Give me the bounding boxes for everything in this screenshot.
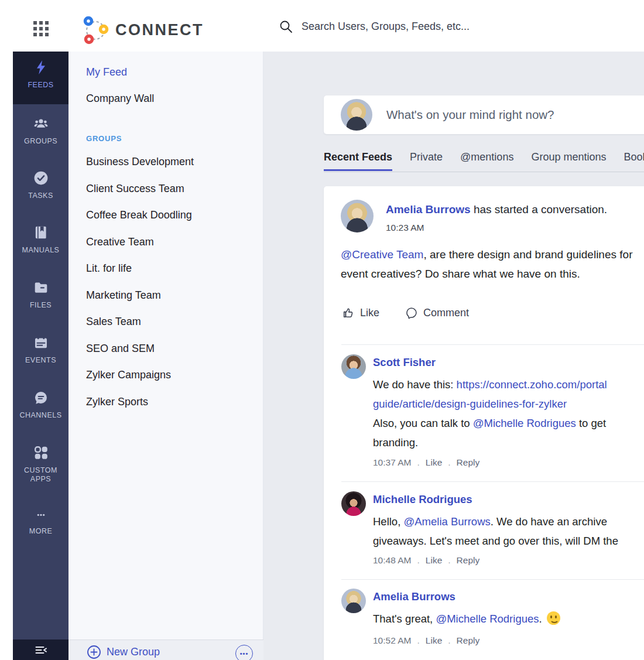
group-item-marketing-team[interactable]: Marketing Team [86,289,161,302]
sidebar-item-company-wall[interactable]: Company Wall [86,93,154,105]
comment-avatar[interactable] [341,491,366,516]
group-item-creative-team[interactable]: Creative Team [86,236,154,248]
post-body-line: @Creative Team, are there design and bra… [341,245,632,264]
comment-meta: 10:48 AM . Like . Reply [373,555,479,566]
group-item-client-success-team[interactable]: Client Success Team [86,183,184,195]
tab-bookmarks[interactable]: Bookmarks [624,151,644,171]
search-input[interactable] [302,20,512,33]
comment-link[interactable]: https://connect.zoho.com/portal [457,378,607,391]
sidebar-item-label: GROUPS [13,137,68,146]
post-action-text: has started a conversation. [471,203,607,216]
comment-text: We do have this: [373,378,457,391]
comment-bubble-icon [405,306,418,319]
sidebar-item-tasks[interactable]: TASKS [13,170,68,200]
sidebar-item-manuals[interactable]: MANUALS [13,225,68,255]
app-grid-icon[interactable] [33,21,49,36]
post-author-avatar[interactable] [341,200,374,232]
group-item-zylker-campaigns[interactable]: Zylker Campaigns [86,369,171,381]
sidebar-item-label: FILES [13,301,68,310]
new-group-bar: New Group ••• [68,640,263,660]
apps-grid-icon [33,445,49,460]
post-body-text: , are there design and brand guidelines … [423,248,632,261]
comment-timestamp: 10:52 AM [373,635,412,646]
sidebar-item-label: CUSTOM APPS [13,466,68,484]
people-icon [33,116,49,131]
ellipsis-icon [33,512,49,521]
tab-recent-feeds[interactable]: Recent Feeds [324,151,392,171]
comment-text: . [539,613,542,625]
sidebar-item-files[interactable]: FILES [13,280,68,310]
comment-text: branding. [373,433,607,452]
thumbs-up-icon [342,306,355,319]
comment-like-button[interactable]: Like [426,635,442,646]
sidebar-item-my-feed[interactable]: My Feed [86,66,127,78]
status-composer[interactable]: What's on your mind right now? [324,95,644,134]
comment-author-name[interactable]: Michelle Rodrigues [373,493,472,506]
comment-link[interactable]: guide/article/design-guidelines-for-zylk… [373,398,567,410]
meta-separator: . [448,457,450,468]
comment-like-button[interactable]: Like [426,555,442,566]
comment-body: Hello, @Amelia Burrows. We do have an ar… [373,512,618,550]
calendar-icon [33,335,49,350]
mention-link[interactable]: @Michelle Rodrigues [473,417,576,429]
meta-separator: . [448,555,450,566]
comment-timestamp: 10:37 AM [373,457,412,468]
new-group-button[interactable]: New Group [87,645,160,659]
comment-divider [341,344,644,345]
sidebar-item-more[interactable]: MORE [13,512,68,536]
search-icon[interactable] [279,19,293,33]
comment-author-name[interactable]: Amelia Burrows [373,590,455,603]
tab-mentions[interactable]: @mentions [460,151,513,171]
sidebar-item-channels[interactable]: CHANNELS [13,390,68,420]
group-options-button[interactable]: ••• [235,645,253,660]
sidebar-item-label: MORE [13,527,68,536]
collapse-button[interactable] [13,640,68,660]
comment-text: Also, you can talk to [373,417,473,429]
comment-avatar[interactable] [341,589,366,613]
comment-text: . We do have an archive [491,515,607,528]
composer-avatar [341,99,372,131]
group-item-business-development[interactable]: Business Development [86,156,194,168]
logo[interactable]: CONNECT [80,15,204,45]
post-actions: Like Comment [342,306,469,319]
groups-section-header: GROUPS [86,134,122,143]
group-item-lit-for-life[interactable]: Lit. for life [86,262,132,275]
sidebar-item-groups[interactable]: GROUPS [13,116,68,146]
group-item-sales-team[interactable]: Sales Team [86,316,141,328]
sidebar-item-custom-apps[interactable]: CUSTOM APPS [13,445,68,484]
search [279,19,512,33]
comment-reply-button[interactable]: Reply [457,555,480,566]
icon-sidebar: FEEDS GROUPS TASKS MANUALS [13,52,68,640]
header: CONNECT [0,0,644,52]
like-button[interactable]: Like [342,306,379,319]
mention-link[interactable]: @Michelle Rodrigues [436,613,539,625]
post-author-name[interactable]: Amelia Burrows [386,203,471,216]
logo-text: CONNECT [115,21,204,39]
group-item-seo-and-sem[interactable]: SEO and SEM [86,343,155,355]
collapse-icon [34,643,48,657]
comment-label: Comment [423,307,469,319]
folder-icon [33,280,49,295]
comment-button[interactable]: Comment [405,306,469,319]
comment-reply-button[interactable]: Reply [457,635,480,646]
mention-link[interactable]: @Creative Team [341,248,423,261]
comment-divider [341,579,644,580]
group-item-coffee-break-doodling[interactable]: Coffee Break Doodling [86,209,192,221]
tab-private[interactable]: Private [410,151,443,171]
comment-text: Hello, [373,515,403,528]
comment-author-name[interactable]: Scott Fisher [373,356,436,369]
meta-separator: . [417,457,420,468]
tab-group-mentions[interactable]: Group mentions [531,151,606,171]
book-icon [33,225,49,240]
mention-link[interactable]: @Amelia Burrows [403,515,490,528]
comment-body: That's great, @Michelle Rodrigues. [373,609,560,628]
group-item-zylker-sports[interactable]: Zylker Sports [86,396,148,408]
tabs-divider [324,172,644,172]
sidebar-item-feeds[interactable]: FEEDS [13,52,68,104]
comment-divider [341,481,644,482]
comment-like-button[interactable]: Like [426,457,442,468]
comment-avatar[interactable] [341,354,366,379]
feed-tabs: Recent Feeds Private @mentions Group men… [324,151,644,171]
comment-reply-button[interactable]: Reply [457,457,480,468]
sidebar-item-events[interactable]: EVENTS [13,335,68,365]
